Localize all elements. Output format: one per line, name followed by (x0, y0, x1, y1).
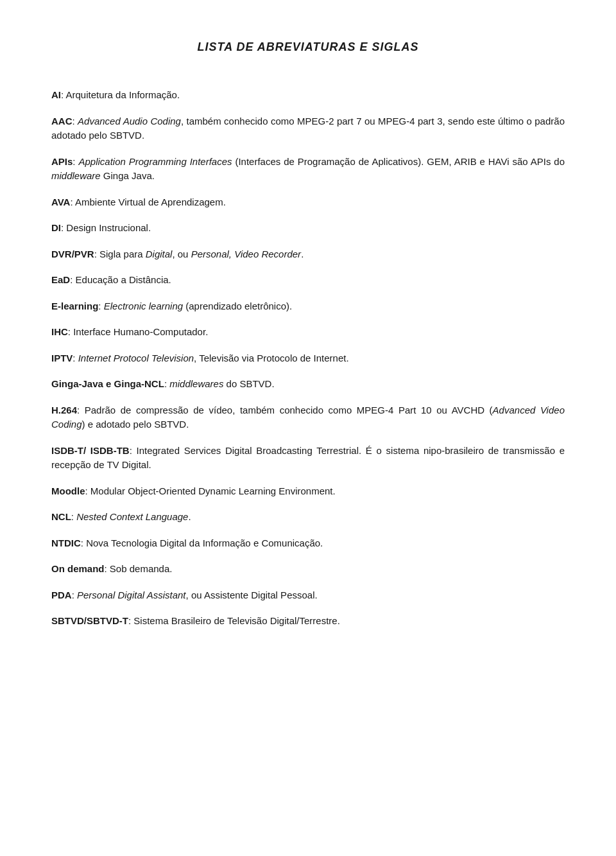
term-definition-part: , ou Assistente Digital Pessoal. (186, 590, 318, 600)
list-item: IHC: Interface Humano-Computador. (51, 325, 565, 340)
term-definition: Modular Object-Oriented Dynamic Learning… (90, 485, 336, 496)
term-label: IHC (51, 326, 68, 337)
term-definition-part: Internet Protocol Television (78, 353, 194, 363)
term-separator: : (98, 301, 103, 311)
term-label: NTDIC (51, 537, 81, 548)
term-definition-part: middleware (51, 170, 101, 181)
list-item: SBTVD/SBTVD-T: Sistema Brasileiro de Tel… (51, 614, 565, 629)
list-item: PDA: Personal Digital Assistant, ou Assi… (51, 588, 565, 603)
list-item: DI: Design Instrucional. (51, 221, 565, 236)
term-definition-part: Application Programming Interfaces (78, 156, 232, 167)
term-separator: : (94, 249, 99, 259)
term-definition: Sob demanda. (110, 563, 173, 574)
term-label: PDA (51, 590, 72, 600)
term-label: AAC (51, 116, 73, 127)
term-separator: : (70, 274, 75, 285)
term-definition-part: ) e adotado pelo SBTVD. (82, 419, 189, 430)
term-definition-part: . (301, 249, 304, 259)
term-label: APIs (51, 156, 73, 167)
term-label: Ginga-Java e Ginga-NCL (51, 378, 164, 389)
term-label: H.264 (51, 405, 77, 415)
term-definition-part: Advanced Audio Coding (78, 116, 181, 127)
term-definition-part: Personal Digital Assistant (77, 590, 186, 600)
term-definition-part: Nested Context Language (76, 511, 188, 522)
term-label: Moodle (51, 485, 85, 496)
term-definition-part: middlewares (169, 378, 223, 389)
term-separator: : (81, 537, 86, 548)
term-definition-part: Digital (146, 249, 173, 259)
page-title: LISTA DE ABREVIATURAS E SIGLAS (51, 39, 565, 56)
term-separator: : (130, 445, 137, 456)
list-item: NTDIC: Nova Tecnologia Digital da Inform… (51, 536, 565, 551)
term-definition-part: Personal, Video Recorder (191, 249, 302, 259)
term-separator: : (71, 511, 76, 522)
term-label: DVR/PVR (51, 249, 94, 259)
term-definition-part: , Televisão via Protocolo de Internet. (194, 353, 349, 363)
term-definition-part: Padrão de compressão de vídeo, também co… (85, 405, 493, 415)
term-definition-part: Electronic learning (104, 301, 183, 311)
term-separator: : (105, 563, 110, 574)
list-item: EaD: Educação a Distância. (51, 273, 565, 288)
term-definition: Educação a Distância. (76, 274, 171, 285)
term-definition: Design Instrucional. (66, 222, 151, 233)
term-definition-part: , ou (172, 249, 191, 259)
list-item: E-learning: Electronic learning (aprendi… (51, 299, 565, 314)
term-definition-part: Sigla para (99, 249, 146, 259)
term-definition: Nova Tecnologia Digital da Informação e … (86, 537, 323, 548)
list-item: DVR/PVR: Sigla para Digital, ou Personal… (51, 247, 565, 262)
term-label: E-learning (51, 301, 98, 311)
list-item: H.264: Padrão de compressão de vídeo, ta… (51, 403, 565, 432)
term-label: AVA (51, 197, 70, 207)
term-definition-part: (aprendizado eletrônico). (183, 301, 292, 311)
list-item: On demand: Sob demanda. (51, 562, 565, 577)
term-definition: Arquitetura da Informação. (66, 89, 180, 100)
list-item: AI: Arquitetura da Informação. (51, 88, 565, 103)
term-label: NCL (51, 511, 71, 522)
entries-container: AI: Arquitetura da Informação.AAC: Advan… (51, 88, 565, 629)
term-definition: Interface Humano-Computador. (73, 326, 208, 337)
term-label: DI (51, 222, 61, 233)
term-definition-part: . (188, 511, 191, 522)
term-label: ISDB-T/ ISDB-TB (51, 445, 130, 456)
term-label: EaD (51, 274, 70, 285)
term-separator: : (68, 326, 73, 337)
term-label: SBTVD/SBTVD-T (51, 615, 128, 626)
term-separator: : (72, 590, 77, 600)
term-separator: : (164, 378, 169, 389)
list-item: Moodle: Modular Object-Oriented Dynamic … (51, 484, 565, 499)
list-item: Ginga-Java e Ginga-NCL: middlewares do S… (51, 377, 565, 392)
list-item: ISDB-T/ ISDB-TB: Integrated Services Dig… (51, 444, 565, 473)
term-separator: : (73, 116, 78, 127)
term-definition-part: Ginga Java. (101, 170, 155, 181)
list-item: APIs: Application Programming Interfaces… (51, 155, 565, 184)
list-item: IPTV: Internet Protocol Television, Tele… (51, 351, 565, 366)
term-separator: : (70, 197, 75, 207)
term-label: IPTV (51, 353, 73, 363)
list-item: AAC: Advanced Audio Coding, também conhe… (51, 114, 565, 143)
term-label: AI (51, 89, 61, 100)
term-separator: : (77, 405, 85, 415)
term-label: On demand (51, 563, 105, 574)
list-item: AVA: Ambiente Virtual de Aprendizagem. (51, 195, 565, 210)
term-definition: Ambiente Virtual de Aprendizagem. (75, 197, 226, 207)
term-definition-part: do SBTVD. (223, 378, 274, 389)
term-separator: : (85, 485, 90, 496)
term-definition-part: (Interfaces de Programação de Aplicativo… (232, 156, 565, 167)
term-definition: Sistema Brasileiro de Televisão Digital/… (133, 615, 340, 626)
term-separator: : (61, 89, 66, 100)
list-item: NCL: Nested Context Language. (51, 510, 565, 525)
term-separator: : (73, 353, 78, 363)
